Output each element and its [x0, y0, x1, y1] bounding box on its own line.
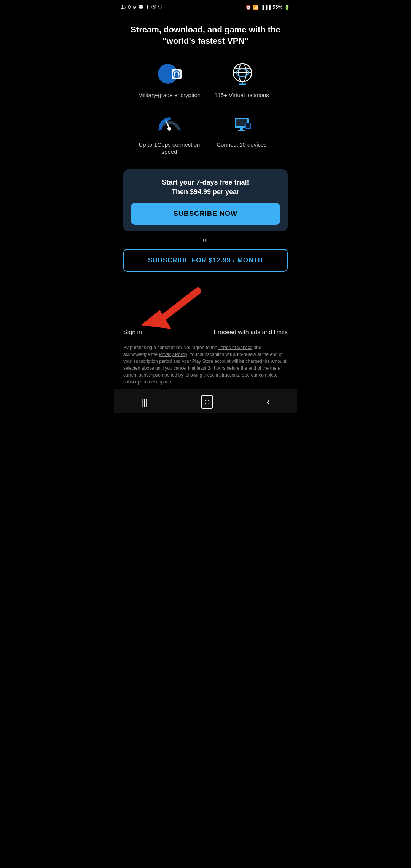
- nav-menu-icon[interactable]: |||: [141, 397, 148, 407]
- privacy-link[interactable]: Privacy Policy: [159, 352, 187, 357]
- feature-encryption: Military-grade encryption: [137, 60, 202, 99]
- legal-text: By purchasing a subscription, you agree …: [114, 340, 297, 389]
- wifi-icon: 📶: [253, 5, 259, 10]
- proceed-link[interactable]: Proceed with ads and limits: [213, 329, 288, 336]
- alarm-icon: ⏰: [245, 5, 251, 10]
- devices-label: Connect 10 devices: [217, 141, 267, 148]
- red-arrow-graphic: [122, 279, 244, 333]
- status-bar: 1:40 ⊖ 💬 ⬇ Ⓢ 🛡 ⏰ 📶 ▐▐▐ 55% 🔋: [114, 0, 297, 13]
- time-display: 1:40: [121, 4, 131, 10]
- dollar-icon: Ⓢ: [151, 4, 156, 10]
- feature-devices: Connect 10 devices: [209, 110, 274, 156]
- bottom-links: Sign in Proceed with ads and limits: [114, 329, 297, 336]
- or-divider: or: [203, 231, 208, 249]
- minus-circle-icon: ⊖: [132, 5, 136, 10]
- nav-back-icon[interactable]: ‹: [267, 396, 270, 408]
- svg-rect-17: [240, 128, 243, 130]
- download-icon: ⬇: [146, 5, 150, 10]
- locations-label: 115+ Virtual locations: [214, 91, 269, 99]
- svg-rect-18: [238, 130, 245, 131]
- status-left: 1:40 ⊖ 💬 ⬇ Ⓢ 🛡: [121, 4, 162, 10]
- sign-in-link[interactable]: Sign in: [123, 329, 142, 336]
- encryption-label: Military-grade encryption: [138, 91, 201, 99]
- trial-line1: Start your 7-days free trial!: [131, 178, 280, 187]
- battery-icon: 🔋: [284, 5, 290, 10]
- devices-icon: [228, 110, 255, 137]
- encryption-icon: [156, 60, 183, 88]
- main-content: Stream, download, and game with the "wor…: [114, 13, 297, 279]
- trial-text: Start your 7-days free trial! Then $94.9…: [131, 178, 280, 197]
- feature-locations: 115+ Virtual locations: [209, 60, 274, 99]
- speed-label: Up to 1Gbps connection speed: [137, 141, 202, 156]
- svg-rect-20: [246, 123, 250, 128]
- cancel-link[interactable]: cancel: [174, 365, 187, 371]
- svg-point-14: [165, 120, 167, 122]
- signal-icon: ▐▐▐: [261, 5, 271, 10]
- arrow-section: Sign in Proceed with ads and limits: [114, 279, 297, 340]
- locations-icon: [228, 60, 255, 88]
- headline: Stream, download, and game with the "wor…: [123, 24, 288, 46]
- trial-line2: Then $94.99 per year: [131, 187, 280, 197]
- svg-rect-4: [175, 75, 178, 77]
- status-right: ⏰ 📶 ▐▐▐ 55% 🔋: [245, 4, 290, 10]
- battery-display: 55%: [272, 4, 282, 10]
- features-grid: Military-grade encryption: [137, 60, 274, 156]
- svg-point-21: [248, 129, 249, 129]
- shield-status-icon: 🛡: [158, 5, 162, 10]
- subscription-box: Start your 7-days free trial! Then $94.9…: [123, 169, 288, 231]
- subscribe-now-button[interactable]: SUBSCRIBE NOW: [131, 203, 280, 225]
- nav-bar: ||| ○ ‹: [114, 389, 297, 413]
- message-icon: 💬: [138, 5, 144, 10]
- terms-link[interactable]: Terms of Service: [218, 345, 252, 350]
- subscribe-monthly-button[interactable]: SUBSCRIBE FOR $12.99 / MONTH: [123, 249, 288, 272]
- feature-speed: Up to 1Gbps connection speed: [137, 110, 202, 156]
- speed-icon: [156, 110, 183, 137]
- nav-home-icon[interactable]: ○: [201, 395, 213, 409]
